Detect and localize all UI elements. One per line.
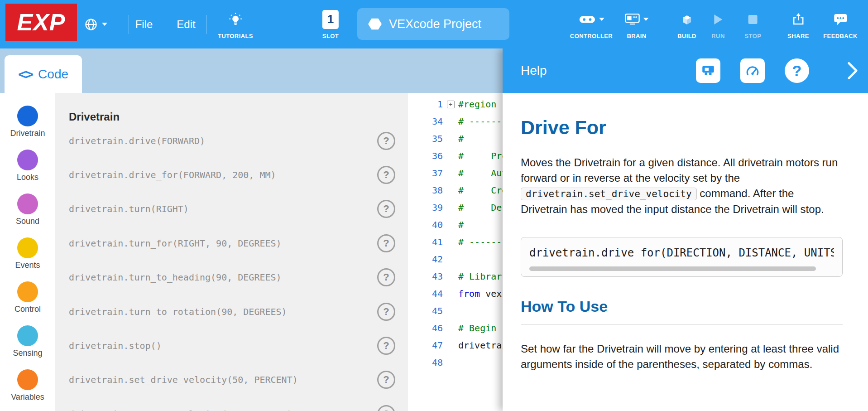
editor-line[interactable]: 40 # bbox=[408, 216, 503, 233]
command-help-button[interactable]: ? bbox=[377, 268, 395, 286]
events-category-icon bbox=[17, 237, 38, 258]
palette-command-row[interactable]: drivetrain.turn_to_heading(90, DEGREES) … bbox=[69, 261, 408, 295]
category-looks[interactable]: Looks bbox=[17, 150, 38, 182]
feedback-icon bbox=[834, 13, 847, 26]
command-text: drivetrain.stop() bbox=[69, 340, 162, 351]
editor-line[interactable]: 48 bbox=[408, 354, 503, 371]
editor-line[interactable]: 43 # Librar bbox=[408, 268, 503, 285]
language-globe-button[interactable] bbox=[84, 0, 107, 48]
how-to-use-text: Set how far the Drivetrain will move by … bbox=[521, 341, 843, 372]
palette-command-row[interactable]: drivetrain.set_turn_velocity(50, PERCENT… bbox=[69, 397, 408, 411]
slot-button[interactable]: 1 SLOT bbox=[322, 0, 339, 48]
brain-button[interactable]: BRAIN bbox=[625, 0, 649, 48]
command-text: drivetrain.turn(RIGHT) bbox=[69, 203, 189, 214]
line-number: 44 bbox=[408, 288, 443, 299]
line-number: 37 bbox=[408, 168, 443, 179]
line-number: 40 bbox=[408, 219, 443, 230]
line-number: 34 bbox=[408, 116, 443, 127]
editor-line[interactable]: 34 # --------- bbox=[408, 113, 503, 130]
palette-command-row[interactable]: drivetrain.turn_for(RIGHT, 90, DEGREES) … bbox=[69, 226, 408, 260]
editor-line[interactable]: 41 # --------- bbox=[408, 233, 503, 251]
command-help-button[interactable]: ? bbox=[377, 200, 395, 218]
command-text: drivetrain.set_turn_velocity(50, PERCENT… bbox=[69, 409, 293, 411]
editor-line[interactable]: 37 # Auto bbox=[408, 164, 503, 182]
code-editor[interactable]: 1 + #region 34 # --------- 35 # 36 # Pro… bbox=[408, 93, 503, 411]
editor-line[interactable]: 39 # Desc bbox=[408, 199, 503, 216]
gauge-icon bbox=[745, 63, 760, 78]
command-help-button[interactable]: ? bbox=[377, 371, 395, 389]
category-control[interactable]: Control bbox=[14, 281, 41, 314]
caret-down-icon bbox=[643, 18, 649, 21]
editor-line[interactable]: 1 + #region bbox=[408, 96, 503, 113]
help-panel: Help ? Drive For Moves the Drivetrain fo… bbox=[503, 48, 868, 411]
sound-category-icon bbox=[17, 193, 38, 214]
tab-code[interactable]: <> Code bbox=[5, 55, 82, 93]
category-sound[interactable]: Sound bbox=[16, 193, 39, 226]
line-number: 36 bbox=[408, 150, 443, 161]
question-icon: ? bbox=[383, 169, 389, 181]
command-help-button[interactable]: ? bbox=[377, 303, 395, 321]
editor-line[interactable]: 47 drivetrain bbox=[408, 337, 503, 354]
editor-line[interactable]: 35 # bbox=[408, 130, 503, 147]
editor-line[interactable]: 44 from vex import bbox=[408, 285, 503, 302]
palette-command-row[interactable]: drivetrain.turn(RIGHT) ? bbox=[69, 192, 408, 226]
help-toggle-button[interactable]: ? bbox=[785, 58, 809, 83]
palette-command-row[interactable]: drivetrain.drive(FORWARD) ? bbox=[69, 124, 408, 158]
code-sample-text: drivetrain.drive_for(DIRECTION, DISTANCE… bbox=[529, 247, 834, 259]
command-help-button[interactable]: ? bbox=[377, 337, 395, 355]
category-events[interactable]: Events bbox=[15, 237, 40, 270]
edit-menu[interactable]: Edit bbox=[177, 0, 195, 48]
editor-line[interactable]: 36 # Proj bbox=[408, 147, 503, 164]
code-text: # Librar bbox=[458, 271, 502, 282]
controller-button[interactable]: CONTROLLER bbox=[570, 0, 613, 48]
palette-command-row[interactable]: drivetrain.drive_for(FORWARD, 200, MM) ? bbox=[69, 158, 408, 192]
palette-header: Drivetrain bbox=[69, 110, 408, 124]
category-sensing[interactable]: Sensing bbox=[13, 325, 42, 358]
category-drivetrain[interactable]: Drivetrain bbox=[10, 106, 45, 138]
palette-command-row[interactable]: drivetrain.set_drive_velocity(50, PERCEN… bbox=[69, 363, 408, 397]
run-button[interactable]: RUN bbox=[711, 0, 724, 48]
code-text: # Desc bbox=[458, 202, 503, 213]
command-help-button[interactable]: ? bbox=[377, 166, 395, 184]
question-icon: ? bbox=[383, 306, 389, 318]
fold-expand-icon[interactable]: + bbox=[447, 101, 455, 108]
category-label: Looks bbox=[17, 173, 38, 182]
brain-icon bbox=[625, 13, 640, 25]
code-text: #region bbox=[458, 99, 496, 110]
editor-line[interactable]: 38 # Crea bbox=[408, 182, 503, 199]
build-button[interactable]: BUILD bbox=[677, 0, 696, 48]
play-icon bbox=[713, 14, 724, 25]
code-text: # bbox=[458, 133, 464, 144]
palette-command-row[interactable]: drivetrain.turn_to_rotation(90, DEGREES)… bbox=[69, 295, 408, 329]
command-help-button[interactable]: ? bbox=[377, 234, 395, 252]
command-text: drivetrain.drive_for(FORWARD, 200, MM) bbox=[69, 169, 276, 180]
collapse-panel-button[interactable] bbox=[847, 62, 858, 80]
question-icon: ? bbox=[383, 340, 389, 352]
category-label: Sensing bbox=[13, 348, 42, 358]
dashboard-button[interactable] bbox=[740, 58, 765, 83]
file-menu[interactable]: File bbox=[135, 0, 153, 48]
feedback-button[interactable]: FEEDBACK bbox=[823, 0, 857, 48]
question-icon: ? bbox=[383, 135, 389, 147]
code-text: # Crea bbox=[458, 185, 503, 196]
palette-command-row[interactable]: drivetrain.stop() ? bbox=[69, 329, 408, 363]
help-panel-header: Help ? bbox=[503, 48, 868, 93]
category-variables[interactable]: Variables bbox=[11, 369, 44, 402]
stop-button[interactable]: STOP bbox=[745, 0, 762, 48]
category-label: Sound bbox=[16, 217, 39, 226]
editor-line[interactable]: 46 # Begin bbox=[408, 319, 503, 337]
code-text: # bbox=[458, 219, 464, 230]
slot-number-icon: 1 bbox=[322, 10, 339, 29]
project-name-button[interactable]: VEXcode Project bbox=[357, 8, 509, 40]
command-help-button[interactable]: ? bbox=[377, 132, 395, 150]
editor-line[interactable]: 45 bbox=[408, 302, 503, 319]
question-icon: ? bbox=[792, 62, 802, 80]
horizontal-scrollbar[interactable] bbox=[529, 266, 816, 271]
sensing-category-icon bbox=[17, 325, 38, 346]
share-button[interactable]: SHARE bbox=[787, 0, 809, 48]
brain-status-button[interactable] bbox=[696, 58, 720, 83]
line-number: 48 bbox=[408, 357, 443, 368]
tutorials-button[interactable]: TUTORIALS bbox=[218, 0, 253, 48]
command-help-button[interactable]: ? bbox=[377, 405, 395, 411]
editor-line[interactable]: 42 bbox=[408, 251, 503, 268]
